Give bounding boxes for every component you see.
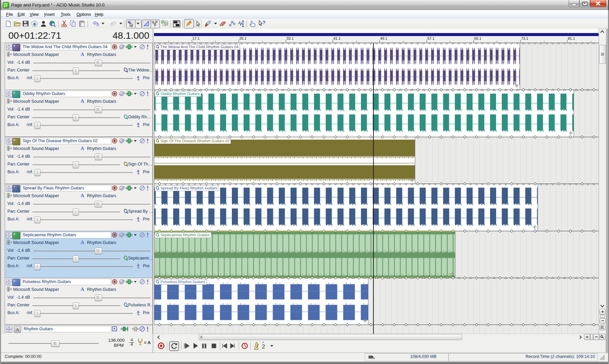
svg-text:2: 2 xyxy=(262,343,265,350)
svg-text:?: ? xyxy=(263,20,266,25)
